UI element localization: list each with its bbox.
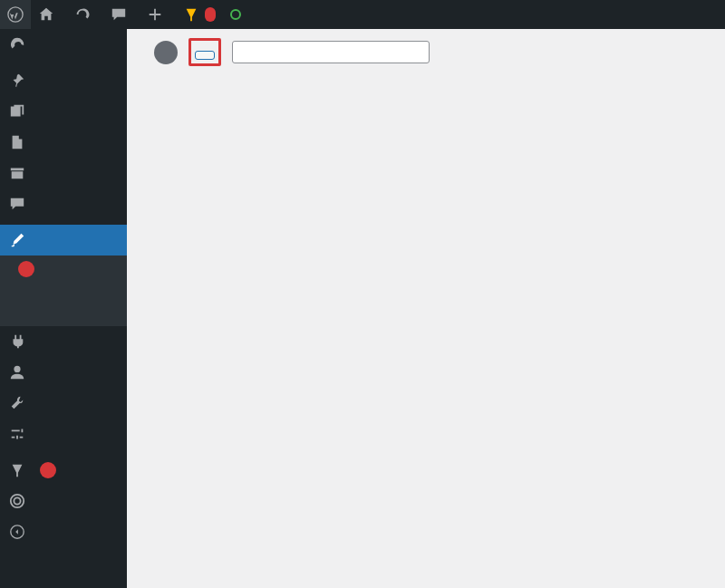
home-icon — [38, 6, 54, 23]
menu-tools[interactable] — [0, 388, 127, 419]
dashboard-icon — [9, 36, 25, 53]
submenu-themes[interactable] — [0, 255, 127, 283]
page-icon — [9, 134, 25, 150]
seo-badge — [40, 462, 56, 478]
menu-appearance[interactable] — [0, 225, 127, 255]
yoast-badge — [205, 7, 216, 22]
add-new-highlight — [188, 38, 221, 66]
menu-product-links[interactable] — [0, 158, 127, 188]
themes-update-badge — [18, 261, 34, 277]
schema-icon — [9, 493, 25, 509]
menu-schema[interactable] — [0, 486, 127, 516]
menu-pages[interactable] — [0, 127, 127, 158]
menu-comments[interactable] — [0, 188, 127, 219]
autoptimize-status-icon — [230, 9, 241, 20]
archive-icon — [9, 165, 25, 181]
menu-dashboard[interactable] — [0, 29, 127, 60]
main-content — [127, 29, 725, 588]
sliders-icon — [9, 426, 25, 442]
theme-search-input[interactable] — [232, 41, 430, 63]
svg-point-2 — [11, 495, 24, 507]
submenu-customize[interactable] — [0, 283, 127, 294]
menu-posts[interactable] — [0, 65, 127, 96]
svg-point-1 — [14, 366, 20, 372]
admin-sidebar — [0, 29, 127, 588]
comment-icon — [111, 6, 127, 23]
site-name-link[interactable] — [31, 0, 67, 29]
collapse-icon — [9, 524, 25, 540]
wp-logo[interactable] — [0, 0, 31, 29]
media-icon — [9, 103, 25, 120]
user-icon — [9, 364, 25, 381]
wrench-icon — [9, 395, 25, 411]
menu-media[interactable] — [0, 96, 127, 127]
menu-settings[interactable] — [0, 419, 127, 449]
menu-plugins[interactable] — [0, 326, 127, 357]
theme-count-badge — [154, 41, 178, 64]
plus-icon — [147, 6, 163, 23]
new-content-link[interactable] — [140, 0, 176, 29]
brush-icon — [9, 232, 25, 248]
svg-point-0 — [8, 7, 23, 22]
yoast-link[interactable] — [176, 0, 223, 29]
submenu-widgets[interactable] — [0, 294, 127, 304]
admin-bar — [0, 0, 725, 29]
wordpress-icon — [7, 6, 24, 23]
submenu-theme-editor[interactable] — [0, 315, 127, 326]
plugin-icon — [9, 333, 25, 350]
page-header — [143, 38, 709, 66]
yoast-icon — [183, 6, 199, 23]
appearance-submenu — [0, 255, 127, 326]
menu-seo[interactable] — [0, 455, 127, 486]
yoast-icon — [9, 462, 25, 478]
updates-link[interactable] — [67, 0, 103, 29]
autoptimize-link[interactable] — [223, 0, 254, 29]
comments-link[interactable] — [103, 0, 140, 29]
submenu-menus[interactable] — [0, 304, 127, 315]
add-new-button[interactable] — [195, 51, 215, 60]
comment-icon — [9, 196, 25, 212]
menu-users[interactable] — [0, 357, 127, 388]
menu-collapse[interactable] — [0, 516, 127, 547]
refresh-icon — [74, 6, 91, 23]
pin-icon — [9, 72, 25, 89]
